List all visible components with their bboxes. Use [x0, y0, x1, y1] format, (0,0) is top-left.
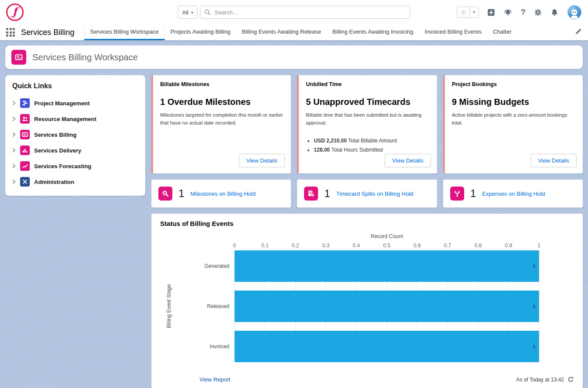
refresh-icon[interactable] — [567, 376, 574, 383]
favorites-star-icon[interactable]: ☆ — [457, 7, 469, 17]
header-actions: ☆ ▾ ? — [457, 5, 582, 20]
app-launcher-icon[interactable] — [6, 28, 15, 37]
services-forecasting-icon — [20, 161, 30, 171]
quick-links-panel: Quick Links Project Management Resource … — [5, 75, 145, 196]
view-details-button[interactable]: View Details — [385, 154, 430, 167]
hold-count: 1 — [470, 187, 476, 200]
search-input[interactable] — [200, 6, 410, 19]
bar-value-label: 1 — [533, 263, 539, 269]
quick-link-services-delivery[interactable]: Services Delivery — [12, 142, 138, 158]
notifications-bell-icon[interactable] — [550, 8, 559, 17]
global-add-icon[interactable] — [487, 8, 495, 17]
search-icon — [204, 9, 211, 16]
search-scope-button[interactable]: All ▾ — [178, 6, 197, 19]
expenses-hold-card: 1 Expenses on Billing Hold — [443, 180, 583, 208]
global-header: ƒ All ▾ ☆ ▾ ? — [0, 0, 588, 24]
quick-link-services-billing[interactable]: Services Billing — [12, 127, 138, 142]
card-header: Unbilled Time — [306, 81, 430, 87]
chevron-right-icon — [12, 148, 16, 153]
search-box — [200, 6, 410, 19]
services-billing-page-icon — [11, 50, 26, 65]
announcements-icon[interactable] — [504, 8, 512, 17]
quick-link-label: Services Delivery — [34, 147, 81, 154]
help-icon[interactable]: ? — [521, 8, 525, 17]
card-title: 5 Unapproved Timecards — [306, 97, 430, 107]
tab-chatter[interactable]: Chatter — [487, 24, 518, 40]
tab-services-billing-workspace[interactable]: Services Billing Workspace — [84, 24, 165, 40]
chart-bar: 1 — [234, 291, 539, 322]
bullet-item: USD 2,210.00 Total Billable Amount — [314, 138, 430, 144]
chart-bars: 1 1 1 — [234, 250, 539, 362]
billing-hold-row: 1 Milestones on Billing Hold 1 Timecard … — [151, 180, 583, 208]
y-axis-title: Billing Event Stage — [166, 284, 172, 329]
administration-icon — [20, 177, 30, 187]
view-report-link[interactable]: View Report — [200, 376, 231, 383]
hold-count: 1 — [178, 187, 184, 200]
quick-link-resource-management[interactable]: Resource Management — [12, 111, 138, 127]
as-of-text: As of Today at 13:42 — [516, 377, 564, 383]
tab-projects-awaiting-billing[interactable]: Projects Awaiting Billing — [165, 24, 236, 40]
quick-link-project-management[interactable]: Project Management — [12, 95, 138, 111]
quick-links-title: Quick Links — [12, 82, 138, 90]
bar-row: 1 — [234, 250, 539, 282]
resource-management-icon — [20, 114, 30, 124]
x-tick-label: 0.7 — [444, 242, 452, 249]
x-tick-label: 1 — [538, 242, 541, 249]
category-label: Invoiced — [178, 331, 234, 362]
favorites-button-group: ☆ ▾ — [457, 7, 479, 18]
milestones-hold-link[interactable]: Milestones on Billing Hold — [190, 191, 256, 197]
chart-footer: View Report As of Today at 13:42 — [160, 370, 574, 383]
dashboard-column: Billable Milestones 1 Overdue Milestones… — [151, 75, 583, 388]
card-description: Active billable projects with a zero-amo… — [452, 111, 576, 127]
app-nav-bar: Services Billing Services Billing Worksp… — [0, 24, 588, 40]
main-content: Services Billing Workspace Quick Links P… — [0, 40, 588, 388]
timecard-splits-hold-link[interactable]: Timecard Splits on Billing Hold — [336, 191, 413, 197]
search-scope-label: All — [182, 9, 188, 16]
chart-x-axis-header: Record Count 00.10.20.30.40.50.60.70.80.… — [160, 233, 574, 249]
favorites-dropdown-icon[interactable]: ▾ — [469, 7, 478, 17]
global-search: All ▾ — [178, 6, 410, 19]
tab-billing-events-awaiting-invoicing[interactable]: Billing Events Awaiting Invoicing — [327, 24, 419, 40]
chevron-right-icon — [12, 179, 16, 184]
chevron-right-icon — [12, 163, 16, 169]
setup-gear-icon[interactable] — [534, 8, 542, 17]
quick-link-services-forecasting[interactable]: Services Forecasting — [12, 158, 138, 174]
tab-billing-events-awaiting-release[interactable]: Billing Events Awaiting Release — [236, 24, 327, 40]
user-avatar[interactable] — [567, 5, 582, 20]
card-header: Billable Milestones — [160, 81, 284, 87]
page-title: Services Billing Workspace — [32, 52, 138, 62]
expense-hold-icon — [450, 187, 464, 201]
x-tick-label: 0.9 — [505, 242, 512, 249]
expenses-hold-link[interactable]: Expenses on Billing Hold — [482, 191, 545, 197]
card-description: Billable time that has been submitted bu… — [306, 111, 430, 127]
billable-milestones-card: Billable Milestones 1 Overdue Milestones… — [151, 75, 291, 173]
nav-tabs: Services Billing Workspace Projects Awai… — [84, 24, 517, 40]
category-label: Released — [178, 291, 234, 322]
view-details-button[interactable]: View Details — [531, 154, 577, 167]
timecard-splits-hold-card: 1 Timecard Splits on Billing Hold — [297, 180, 437, 208]
chart-title: Status of Billing Events — [160, 220, 574, 227]
view-details-button[interactable]: View Details — [239, 154, 285, 167]
unbilled-time-card: Unbilled Time 5 Unapproved Timecards Bil… — [297, 75, 437, 173]
quick-link-label: Resource Management — [34, 116, 96, 122]
as-of-timestamp: As of Today at 13:42 — [516, 376, 574, 383]
edit-page-pencil-icon[interactable] — [575, 28, 582, 37]
x-tick-label: 0.4 — [353, 242, 360, 249]
services-billing-icon — [20, 130, 30, 139]
page-header: Services Billing Workspace — [5, 45, 583, 69]
card-bullet-list: USD 2,210.00 Total Billable Amount 128.0… — [314, 138, 430, 153]
project-management-icon — [20, 98, 30, 108]
bar-row: 1 — [234, 331, 539, 362]
chart-bar: 1 — [234, 331, 539, 362]
tab-invoiced-billing-events[interactable]: Invoiced Billing Events — [419, 24, 487, 40]
milestones-hold-card: 1 Milestones on Billing Hold — [151, 180, 291, 208]
card-description: Milestones targeted for completion this … — [160, 111, 284, 127]
quick-link-administration[interactable]: Administration — [12, 174, 138, 190]
services-delivery-icon — [20, 146, 30, 155]
metric-cards-row: Billable Milestones 1 Overdue Milestones… — [151, 75, 583, 173]
y-axis-category-labels: Generated Released Invoiced — [178, 250, 234, 362]
milestone-hold-icon — [158, 187, 172, 201]
timecard-hold-icon — [304, 187, 318, 201]
project-bookings-card: Project Bookings 9 Missing Budgets Activ… — [443, 75, 583, 173]
company-logo: ƒ — [6, 3, 24, 21]
